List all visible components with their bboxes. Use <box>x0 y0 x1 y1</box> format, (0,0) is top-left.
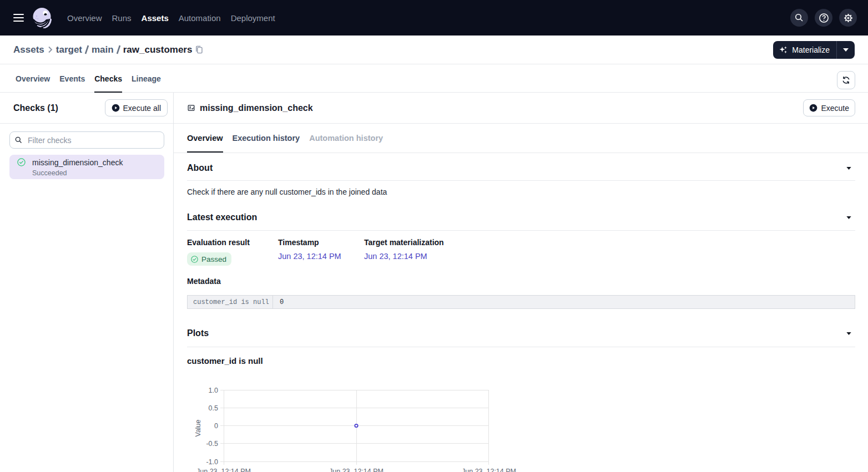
svg-text:Jun 23, 12:14 PM: Jun 23, 12:14 PM <box>462 468 516 472</box>
svg-text:0.5: 0.5 <box>209 404 218 412</box>
svg-text:-0.5: -0.5 <box>206 440 218 448</box>
svg-text:Jun 23, 12:14 PM: Jun 23, 12:14 PM <box>329 468 383 472</box>
svg-text:1.0: 1.0 <box>209 387 218 394</box>
svg-text:-1.0: -1.0 <box>206 458 218 466</box>
svg-text:Value: Value <box>194 419 202 437</box>
svg-text:Jun 23, 12:14 PM: Jun 23, 12:14 PM <box>196 468 251 472</box>
svg-text:0: 0 <box>214 422 218 430</box>
